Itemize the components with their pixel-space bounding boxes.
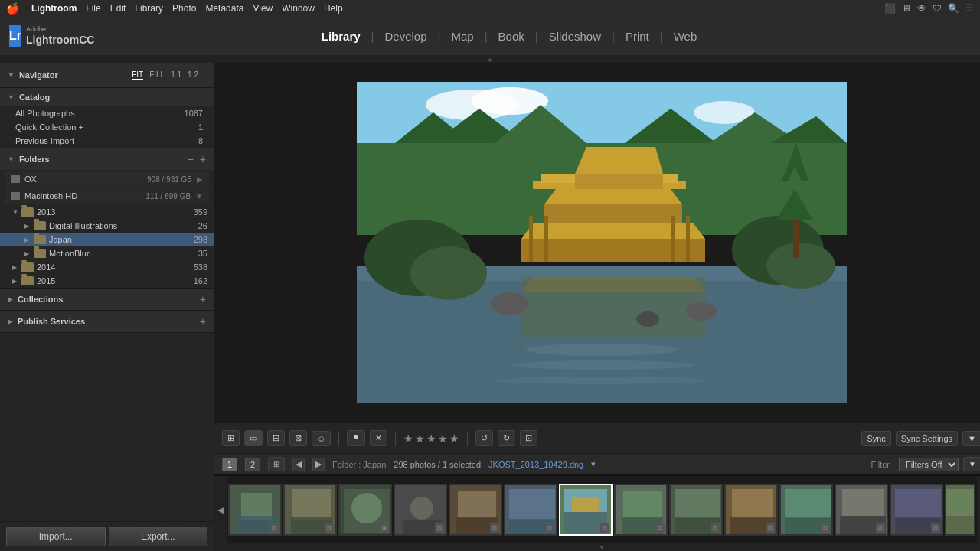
filmstrip-prev-btn[interactable]: ◀	[214, 475, 227, 543]
film-thumb-12[interactable]: ⊡	[835, 484, 888, 536]
folder-digital-illustrations[interactable]: ▶ Digital Illustrations 26	[0, 219, 214, 233]
apple-menu[interactable]: 🍎	[6, 2, 19, 15]
module-map[interactable]: Map	[445, 27, 479, 46]
folder-2014[interactable]: ▶ 2014 538	[0, 260, 214, 274]
navigator-panel: ▼ Navigator FIT FILL 1:1 1:2	[0, 63, 214, 88]
film-thumb-1[interactable]: ⊡	[228, 484, 282, 536]
next-photo-btn[interactable]: ▶	[312, 458, 325, 471]
folder-motionblur[interactable]: ▶ MotionBlur 35	[0, 246, 214, 260]
menu-photo[interactable]: Photo	[172, 3, 196, 14]
star-5[interactable]: ★	[449, 432, 459, 445]
menu-library[interactable]: Library	[135, 3, 163, 14]
folders-minus-icon[interactable]: −	[188, 153, 194, 165]
catalog-all-photographs[interactable]: All Photographs 1067	[0, 106, 214, 120]
rotate-right-btn[interactable]: ↻	[498, 430, 515, 446]
film-thumb-14[interactable]	[945, 484, 975, 536]
system-icon-shield[interactable]: 🛡	[933, 3, 942, 14]
star-1[interactable]: ★	[403, 432, 413, 445]
folder-2013[interactable]: ▼ 2013 359	[0, 205, 214, 219]
zoom-1-2[interactable]: 1:2	[188, 70, 198, 80]
film-thumb-7-selected[interactable]: ⊡	[559, 484, 612, 536]
folder-mb-icon	[34, 249, 46, 258]
crop-btn[interactable]: ⊡	[520, 430, 537, 446]
module-library[interactable]: Library	[315, 27, 367, 46]
loupe-view-btn[interactable]: ▭	[244, 430, 263, 446]
menu-file[interactable]: File	[86, 3, 100, 14]
star-3[interactable]: ★	[426, 432, 436, 445]
star-4[interactable]: ★	[438, 432, 448, 445]
drive-macintosh-hd[interactable]: Macintosh HD 111 / 699 GB ▼	[5, 188, 209, 204]
filter-collapse-btn[interactable]: ▼	[963, 457, 980, 471]
drive-mac-arrow: ▼	[195, 192, 203, 201]
module-develop[interactable]: Develop	[379, 27, 433, 46]
module-book[interactable]: Book	[492, 27, 531, 46]
survey-view-btn[interactable]: ⊠	[289, 430, 307, 446]
svg-rect-19	[521, 239, 705, 262]
film-thumb-11[interactable]: ⊡	[779, 484, 833, 536]
unflag-btn[interactable]: ✕	[370, 430, 387, 446]
film-thumb-4[interactable]: ⊡	[394, 484, 447, 536]
grid-small-btn[interactable]: ⊞	[268, 457, 285, 471]
filmstrip-next-btn[interactable]: ▶	[977, 475, 980, 543]
system-icon-camera[interactable]: ⬛	[884, 3, 896, 14]
filename-dropdown-icon[interactable]: ▾	[591, 459, 596, 469]
people-view-btn[interactable]: ☺	[312, 431, 331, 446]
page-1-btn[interactable]: 1	[222, 458, 237, 471]
module-print[interactable]: Print	[619, 27, 655, 46]
menu-window[interactable]: Window	[282, 3, 315, 14]
film-thumb-3[interactable]: ⊠	[338, 484, 392, 536]
filter-select[interactable]: Filters Off	[899, 458, 959, 471]
page-2-btn[interactable]: 2	[245, 458, 260, 471]
folders-plus-icon[interactable]: +	[200, 153, 206, 165]
film-thumb-6[interactable]: ⊡	[504, 484, 557, 536]
menu-edit[interactable]: Edit	[110, 3, 126, 14]
export-button[interactable]: Export...	[109, 527, 208, 546]
toolbar-dropdown-btn[interactable]: ▼	[962, 431, 980, 446]
filename[interactable]: JKOST_2013_10429.dng	[488, 460, 583, 469]
film-thumb-9[interactable]: ⊡	[669, 484, 723, 536]
menu-metadata[interactable]: Metadata	[205, 3, 243, 14]
flag-btn[interactable]: ⚑	[347, 430, 365, 446]
prev-photo-btn[interactable]: ◀	[292, 458, 305, 471]
collections-plus-icon[interactable]: +	[200, 293, 206, 305]
compare-view-btn[interactable]: ⊟	[267, 430, 285, 446]
star-2[interactable]: ★	[415, 432, 425, 445]
system-icon-monitor[interactable]: 🖥	[902, 3, 911, 14]
film-thumb-1-badge: ⊡	[270, 523, 279, 533]
zoom-1-1[interactable]: 1:1	[171, 70, 181, 80]
catalog-previous-import[interactable]: Previous Import 8	[0, 134, 214, 148]
system-icon-menu[interactable]: ☰	[965, 3, 974, 14]
collections-header[interactable]: ▶ Collections +	[0, 289, 214, 310]
film-thumb-13[interactable]: ⊡	[890, 484, 943, 536]
top-collapse-arrow[interactable]: ▲	[0, 55, 980, 63]
menu-help[interactable]: Help	[324, 3, 343, 14]
navigator-header[interactable]: ▼ Navigator FIT FILL 1:1 1:2	[0, 63, 214, 87]
folder-2015[interactable]: ▶ 2015 162	[0, 274, 214, 288]
import-button[interactable]: Import...	[6, 527, 106, 546]
film-thumb-10[interactable]: ⊡	[724, 484, 778, 536]
publish-plus-icon[interactable]: +	[200, 315, 206, 328]
folder-japan[interactable]: ▶ Japan 298	[0, 233, 214, 246]
sync-settings-btn[interactable]: Sync Settings	[896, 431, 958, 446]
publish-services-header[interactable]: ▶ Publish Services +	[0, 311, 214, 332]
bottom-collapse-arrow[interactable]: ▼	[214, 543, 980, 551]
film-thumb-2[interactable]: ⊡	[283, 484, 337, 536]
zoom-fit[interactable]: FIT	[132, 70, 143, 80]
menu-view[interactable]: View	[253, 3, 273, 14]
film-thumb-8[interactable]: ⊡	[614, 484, 668, 536]
film-thumb-5[interactable]: ⊡	[449, 484, 502, 536]
system-icon-eye[interactable]: 👁	[917, 3, 926, 14]
sync-btn[interactable]: Sync	[861, 431, 890, 446]
module-web[interactable]: Web	[668, 27, 704, 46]
catalog-header[interactable]: ▼ Catalog	[0, 88, 214, 106]
catalog-quick-collection[interactable]: Quick Collection + 1	[0, 120, 214, 134]
module-slideshow[interactable]: Slideshow	[543, 27, 607, 46]
zoom-fill[interactable]: FILL	[149, 70, 165, 80]
grid-view-btn[interactable]: ⊞	[222, 430, 240, 446]
system-icon-search[interactable]: 🔍	[948, 3, 959, 14]
drive-ox-icon	[11, 175, 20, 183]
drive-ox[interactable]: OX 908 / 931 GB ▶	[5, 171, 209, 187]
folders-header[interactable]: ▼ Folders − +	[0, 148, 214, 170]
rotate-left-btn[interactable]: ↺	[475, 430, 493, 446]
star-rating[interactable]: ★ ★ ★ ★ ★	[403, 432, 459, 445]
